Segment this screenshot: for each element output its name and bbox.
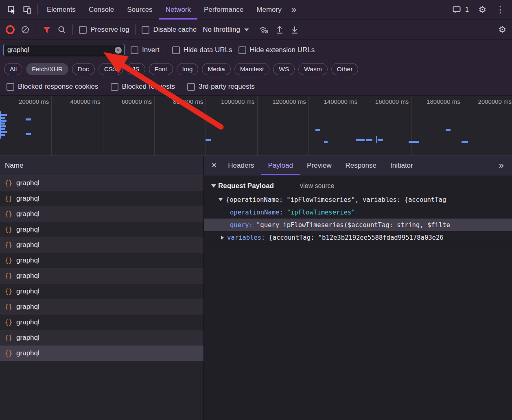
hide-extension-urls-checkbox[interactable] [238,46,246,54]
main-tab-performance[interactable]: Performance [197,0,250,20]
network-settings-gear-icon[interactable]: ⚙ [498,25,506,34]
timeline-ruler: 200000 ms400000 ms600000 ms800000 ms1000… [0,96,512,108]
chip-doc[interactable]: Doc [72,63,95,75]
search-icon[interactable] [57,25,66,34]
clear-network-log-icon[interactable] [21,25,30,34]
payload-entry-row-selected[interactable]: query: "query ipFlowTimeseries($accountT… [204,219,512,231]
hide-data-urls-toggle[interactable]: Hide data URLs [172,46,232,54]
request-row[interactable]: {}graphql [0,237,203,253]
network-conditions-icon[interactable] [258,25,269,35]
chip-img[interactable]: Img [177,63,199,75]
request-row[interactable]: {}graphql [0,191,203,206]
clear-filter-icon[interactable]: ✕ [115,47,122,54]
waterfall-mark [1,128,5,130]
chip-fetch-xhr[interactable]: Fetch/XHR [26,63,68,75]
more-details-tabs-icon[interactable]: » [499,160,506,171]
view-source-link[interactable]: view source [300,182,334,190]
hide-extension-urls-toggle[interactable]: Hide extension URLs [238,46,315,54]
chip-media[interactable]: Media [202,63,230,75]
blocked-requests-checkbox[interactable] [111,83,118,91]
name-column-header[interactable]: Name [0,156,203,175]
waterfall-mark [1,125,6,127]
close-details-icon[interactable]: ✕ [211,161,221,170]
inspect-element-icon[interactable] [5,3,19,17]
request-row[interactable]: {}graphql [0,253,203,268]
payload-entry-row[interactable]: operationName: "ipFlowTimeseries" [204,206,512,219]
filter-input[interactable] [4,46,124,54]
chip-js[interactable]: JS [127,63,145,75]
caret-right-icon[interactable] [221,236,224,240]
details-tab-preview[interactable]: Preview [300,156,338,175]
main-tab-sources[interactable]: Sources [120,0,159,20]
toolbar-right: ⚙ [492,24,506,35]
console-messages-icon[interactable] [451,3,462,17]
request-row[interactable]: {}graphql [0,330,203,346]
chip-css[interactable]: CSS [98,63,123,75]
chip-ws[interactable]: WS [273,63,295,75]
timeline-gridline [360,96,360,155]
chevron-down-icon [244,28,249,31]
waterfall-mark [378,139,383,141]
more-tabs-icon[interactable]: » [288,4,300,15]
kebab-menu-icon[interactable]: ⋮ [493,3,507,17]
preserve-log-checkbox[interactable] [79,26,87,34]
fetch-xhr-icon: {} [5,334,12,341]
details-tab-initiator[interactable]: Initiator [383,156,420,175]
main-tab-memory[interactable]: Memory [250,0,288,20]
timeline-gridline [154,96,155,155]
request-name: graphql [16,303,39,311]
chip-manifest[interactable]: Manifest [234,63,270,75]
collapse-section-icon[interactable] [211,184,216,188]
device-toolbar-icon[interactable] [20,3,34,17]
timeline-tick: 2000000 ms [463,96,512,108]
waterfall-mark [409,141,419,143]
network-overview-timeline[interactable]: 200000 ms400000 ms600000 ms800000 ms1000… [0,96,512,156]
filter-3rd-party-requests[interactable]: 3rd-party requests [187,83,255,91]
request-row[interactable]: {}graphql [0,222,203,237]
timeline-tick: 1400000 ms [309,96,360,108]
request-row[interactable]: {}graphql [0,346,203,361]
disable-cache-checkbox[interactable] [142,26,149,34]
record-network-log-icon[interactable] [6,25,15,34]
filter-blocked-response-cookies[interactable]: Blocked response cookies [7,83,98,91]
main-tab-elements[interactable]: Elements [40,0,82,20]
main-tab-network[interactable]: Network [159,0,197,20]
main-tab-console[interactable]: Console [82,0,120,20]
invert-filter-toggle[interactable]: Invert [131,46,160,54]
3rd-party-requests-checkbox[interactable] [187,83,195,91]
blocked-response-cookies-label: Blocked response cookies [18,83,98,91]
fetch-xhr-icon: {} [5,195,12,202]
request-row[interactable]: {}graphql [0,299,203,315]
caret-down-icon[interactable] [219,198,223,201]
payload-tree: {operationName: "ipFlowTimeseries", vari… [204,193,512,244]
blocked-response-cookies-checkbox[interactable] [7,83,14,91]
hide-data-urls-checkbox[interactable] [172,46,180,54]
chip-other[interactable]: Other [331,63,359,75]
waterfall-mark [1,134,5,136]
details-tab-headers[interactable]: Headers [221,156,261,175]
request-row[interactable]: {}graphql [0,206,203,222]
chip-font[interactable]: Font [149,63,173,75]
details-tab-payload[interactable]: Payload [261,156,300,175]
request-row[interactable]: {}graphql [0,268,203,284]
import-har-icon[interactable] [290,25,299,35]
request-row[interactable]: {}graphql [0,315,203,330]
request-row[interactable]: {}graphql [0,175,203,191]
filter-blocked-requests[interactable]: Blocked requests [111,83,175,91]
payload-entry-row[interactable]: variables: {accountTag: "b12e3b2192ee558… [204,231,512,244]
disable-cache-toggle[interactable]: Disable cache [142,26,197,34]
preserve-log-label: Preserve log [90,26,129,34]
settings-gear-icon[interactable]: ⚙ [475,3,489,17]
payload-root-row[interactable]: {operationName: "ipFlowTimeseries", vari… [204,193,512,206]
details-tab-response[interactable]: Response [338,156,383,175]
throttling-dropdown[interactable]: No throttling [203,26,249,34]
filter-funnel-icon[interactable] [42,25,51,34]
request-row[interactable]: {}graphql [0,284,203,299]
waterfall-mark [462,141,468,143]
export-har-icon[interactable] [275,25,284,35]
timeline-gridline [257,96,258,155]
invert-checkbox[interactable] [131,46,138,54]
chip-all[interactable]: All [4,63,22,75]
preserve-log-toggle[interactable]: Preserve log [79,26,129,34]
chip-wasm[interactable]: Wasm [298,63,327,75]
